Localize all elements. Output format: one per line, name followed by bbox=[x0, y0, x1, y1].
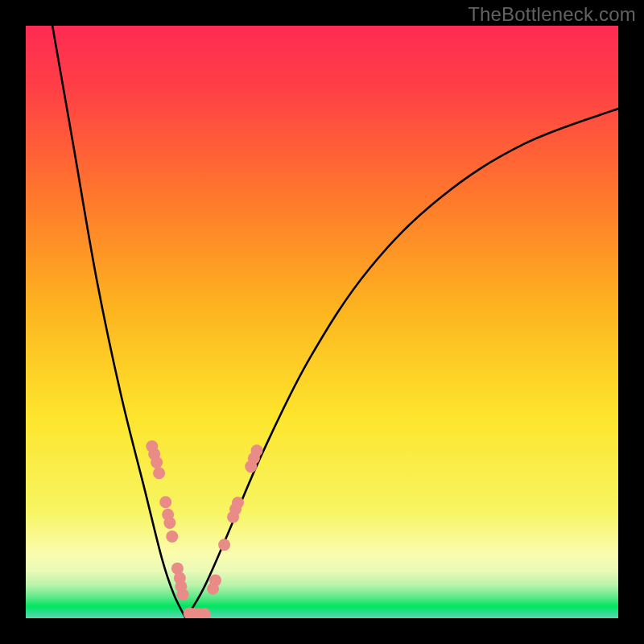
data-dot bbox=[209, 574, 221, 586]
chart-stage: TheBottleneck.com bbox=[0, 0, 644, 644]
data-dot bbox=[163, 517, 175, 529]
data-dot bbox=[153, 467, 165, 479]
plot-area bbox=[26, 26, 618, 618]
data-dot bbox=[151, 456, 163, 469]
watermark-text: TheBottleneck.com bbox=[468, 3, 636, 26]
data-dot bbox=[251, 444, 263, 456]
data-dot bbox=[166, 530, 178, 543]
data-dot bbox=[159, 496, 171, 508]
data-dot bbox=[218, 539, 230, 551]
data-dot bbox=[177, 588, 189, 601]
data-dot bbox=[232, 497, 244, 509]
bottleneck-chart bbox=[0, 0, 644, 644]
